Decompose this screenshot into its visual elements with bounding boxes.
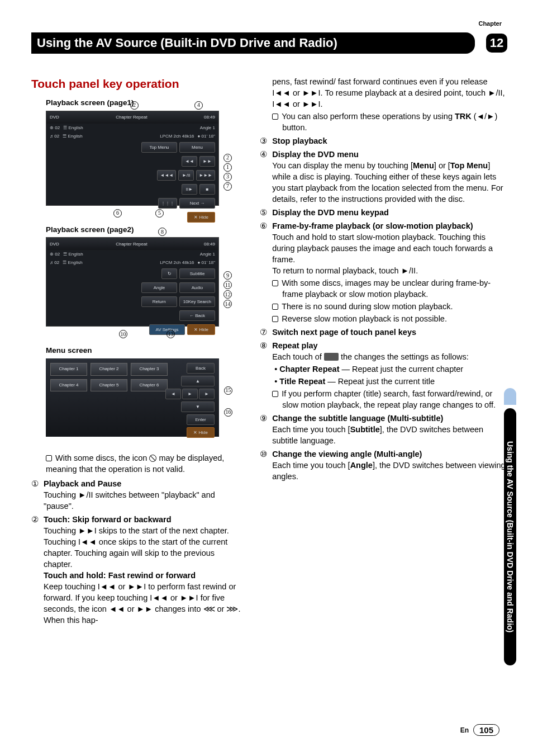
item6-body2: To return to normal playback, touch ►/II… [272,266,418,275]
callout-6b: 6 [113,209,122,218]
angle-button[interactable]: Angle [141,282,177,293]
slow-button[interactable]: II► [182,184,197,195]
item1-body: Touching ►/II switches between "playback… [44,490,215,511]
subtitle-button[interactable]: Subtitle [179,268,215,279]
item6-body: Touch and hold to start slow-motion play… [272,233,493,264]
chapter-1[interactable]: Chapter 1 [50,363,87,376]
callout-3r: 3 [223,173,232,181]
callout-4: 4 [194,101,203,110]
hide-button[interactable]: ✕ Hide [187,212,215,223]
tenkey-search-button[interactable]: 10Key Search [179,296,215,307]
panel-dvd-label: DVD [50,114,59,120]
audio-button[interactable]: Audio [179,282,215,293]
item10-ang: Angle [350,461,373,470]
top-menu-button[interactable]: Top Menu [141,142,177,153]
menu-button[interactable]: Menu [179,142,215,153]
callout-15r: 15 [224,386,232,395]
chapter-header: Using the AV Source (Built-in DVD Drive … [31,32,507,54]
item6-title: Frame-by-frame playback (or slow-motion … [272,221,473,230]
item8-title-repeat: Title Repeat [279,377,325,386]
chapter-6[interactable]: Chapter 6 [131,379,168,392]
item1-title: Playback and Pause [44,479,121,488]
item8-sub: If you perform chapter (title) search, f… [282,389,496,409]
trk-note-1: You can also perform these operations by… [282,112,455,121]
callout-2: 2 [130,101,139,110]
nav-right-button[interactable]: ► [199,389,215,399]
item4-b1: You can display the menu by touching [ [272,161,413,170]
side-tab: Using the AV Source (Built-in DVD Drive … [504,408,516,665]
item9-sub: Subtitle [350,425,380,434]
repeat-button[interactable]: ↻ [161,268,177,279]
num-8: ⑧ [260,340,272,410]
panel-lang1: English [68,125,83,130]
item8-b1: Each touch of [272,352,324,361]
panel-time: 08:49 [204,114,215,120]
panel2-time: 08:49 [204,241,215,247]
note-icon-4 [272,304,278,310]
num-10: ⑩ [260,448,272,482]
panel2-angle: Angle 1 [200,251,215,257]
panel2-lang2: English [68,260,82,265]
continuation-text: pens, fast rewind/ fast forward continue… [260,76,507,110]
item4-top: Top Menu [450,161,488,170]
panel2-track: 02 [55,252,60,257]
return-button[interactable]: Return [141,296,177,307]
item7-title: Switch next page of touch panel keys [272,328,416,337]
panel-chapter: Chapter [116,115,131,120]
menu-hide-button[interactable]: ✕ Hide [187,427,215,438]
callout-16r: 16 [224,408,232,417]
menu-enter-button[interactable]: Enter [187,414,215,425]
panel-duration: 01' 18" [202,134,215,139]
chapter-2[interactable]: Chapter 2 [91,363,127,376]
skip-fwd-button[interactable]: ►► [199,156,215,167]
note-icon [46,455,52,461]
invalid-note-1: With some discs, the icon [55,453,149,462]
left-column: Touch panel key operation Playback scree… [31,76,242,626]
item6-sub2: There is no sound during slow motion pla… [282,302,453,311]
chapter-title: Using the AV Source (Built-in DVD Drive … [31,32,475,54]
callout-8: 8 [158,228,166,236]
panel2-codec: LPCM 2ch 48k16 [160,259,194,266]
nav-down-button[interactable]: ▼ [181,401,215,412]
item2-body2: Keep touching I◄◄ or ►►I to perform fast… [44,582,241,625]
item10-title: Change the viewing angle (Multi-angle) [272,450,422,459]
panel2-chapter: Chapter [116,242,131,247]
panel-codec: LPCM 2ch 48k16 [160,133,194,139]
menu-back-button[interactable]: Back [187,363,215,374]
item4-mid: ] or [ [434,161,450,170]
caption-page2: Playback screen (page2) [46,225,242,235]
panel2-audio: 02 [54,260,59,265]
skip-back-button[interactable]: ◄◄ [182,156,197,167]
page-footer: En 105 [460,724,499,736]
stop-button[interactable]: ■ [199,184,215,195]
num-3: ③ [260,135,272,147]
note-icon-6 [272,391,278,397]
chapter-5[interactable]: Chapter 5 [91,379,127,392]
item9-b1: Each time you touch [ [272,425,350,434]
hide-button-2[interactable]: ✕ Hide [187,324,215,335]
item8-b2: the changes the settings as follows: [339,352,469,361]
chapter-3[interactable]: Chapter 3 [131,363,168,376]
keypad-button[interactable]: ⋮⋮⋮ [158,198,177,209]
play-pause-button[interactable]: ►/II [178,170,194,181]
nav-up-button[interactable]: ▲ [181,376,215,386]
item5-title: Display the DVD menu keypad [272,208,389,217]
nav-left-button[interactable]: ◄ [165,389,181,399]
panel-angle: Angle 1 [200,125,215,131]
back-button[interactable]: ← Back [179,310,215,321]
nav-ok-button[interactable]: ► [182,389,198,399]
fwd-button[interactable]: ►►► [196,170,215,181]
next-page-button[interactable]: Next → [179,198,215,209]
rew-button[interactable]: ◄◄◄ [157,170,176,181]
panel-lang2: English [68,134,82,139]
num-9: ⑨ [260,413,272,446]
chapter-4[interactable]: Chapter 4 [50,379,87,392]
num-6: ⑥ [260,220,272,324]
panel-audio: 02 [54,134,59,139]
panel2-repeat: Repeat [133,242,147,247]
callout-1r: 1 [223,163,232,172]
callout-7r: 7 [223,182,232,191]
item6-sub3: Reverse slow motion playback is not poss… [282,314,447,323]
right-column: pens, fast rewind/ fast forward continue… [260,76,507,626]
prohibit-icon [149,455,156,462]
